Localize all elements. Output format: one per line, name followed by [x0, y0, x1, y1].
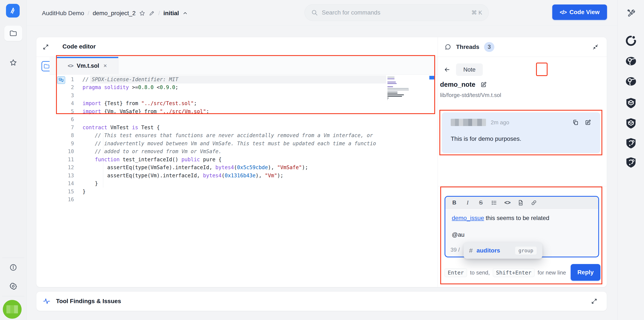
breadcrumb-separator: / [158, 10, 160, 17]
code-view-button[interactable]: </> Code View [552, 4, 607, 20]
minimap-line [388, 91, 398, 92]
collapse-panel-button[interactable] [592, 44, 599, 50]
code-block-icon[interactable] [515, 198, 526, 207]
code-line[interactable]: 9 // inadvertently moved between Vm and … [36, 139, 438, 148]
code-text: import {Test} from "../src/Test.sol"; [82, 100, 197, 106]
italic-icon[interactable]: I [462, 198, 473, 207]
code-area[interactable]: 1// SPDX-License-Identifier: MIT2pragma … [36, 75, 438, 208]
search-input[interactable] [322, 9, 468, 16]
expand-editor-button[interactable] [41, 42, 50, 52]
tools-settings-button[interactable] [625, 7, 637, 19]
code-line[interactable]: 11 function test_interfaceId() public pu… [36, 156, 438, 164]
tools-sidebar [618, 0, 644, 320]
code-line[interactable]: 16 [36, 196, 438, 204]
issue-link[interactable]: demo_issue [452, 215, 484, 221]
note-type-badge: Note [456, 63, 483, 76]
comment-card: 2m ago This is for demo purposes. [442, 112, 600, 153]
favorites-nav-button[interactable] [8, 58, 19, 67]
shift-enter-key-hint: Shift+Enter [493, 268, 535, 277]
tool-findings-title: Tool Findings & Issues [56, 298, 121, 305]
code-line[interactable]: 15} [36, 188, 438, 196]
code-line[interactable]: 4import {Test} from "../src/Test.sol"; [36, 99, 438, 108]
hash-icon: # [469, 247, 473, 254]
code-line[interactable]: 3 [36, 91, 438, 99]
breadcrumb-project[interactable]: demo_project_2 [92, 10, 136, 17]
files-nav-button[interactable] [4, 26, 22, 41]
breadcrumb-app[interactable]: AuditHub Demo [42, 10, 84, 17]
section-divider [438, 186, 607, 186]
strikethrough-icon[interactable]: S [475, 198, 486, 207]
tool-logo-1-icon[interactable] [625, 35, 637, 47]
code-line[interactable]: 5import {Vm, VmSafe} from "../src/Vm.sol… [36, 107, 438, 116]
tab-label: Vm.t.sol [77, 63, 99, 69]
comment-marker-icon[interactable] [57, 76, 65, 84]
tool-findings-bar[interactable]: Tool Findings & Issues [36, 291, 607, 311]
comment-text: This is for demo purposes. [451, 135, 591, 142]
note-file-path: lib/forge-std/test/Vm.t.sol [440, 92, 501, 98]
code-line[interactable]: 10 // added to or removed from Vm or VmS… [36, 148, 438, 156]
code-line[interactable]: 12 assertEq(type(VmSafe).interfaceId, by… [36, 164, 438, 172]
mention-option-auditors[interactable]: auditors [476, 247, 500, 254]
hint-text: for new line [538, 269, 566, 276]
code-text: // This test ensures that functions are … [82, 132, 373, 138]
list-icon[interactable] [488, 198, 500, 207]
tool-logo-2-icon[interactable] [625, 55, 637, 67]
mention-autocomplete[interactable]: # auditors group [464, 242, 542, 259]
scrollbar-thumb[interactable] [429, 76, 435, 79]
editor-tab-bar: <> Vm.t.sol × [50, 57, 438, 75]
rename-pencil-icon[interactable] [149, 10, 155, 16]
folder-icon [9, 29, 17, 37]
tab-vm-t-sol[interactable]: <> Vm.t.sol × [56, 57, 118, 75]
link-icon[interactable] [528, 198, 540, 207]
code-text: // SPDX-License-Identifier: MIT [82, 76, 178, 82]
inline-code-icon[interactable]: <> [502, 198, 513, 207]
code-line[interactable]: 6 [36, 116, 438, 124]
code-editor-header: Code editor [36, 37, 438, 57]
tool-logo-7-icon[interactable] [625, 156, 637, 168]
code-text: // inadvertently moved between Vm and Vm… [82, 141, 376, 147]
gear-icon [9, 282, 17, 290]
minimap-line [388, 94, 404, 95]
reply-input[interactable]: demo_issue this seems to be related @au [445, 209, 598, 244]
code-line[interactable]: 7contract VmTest is Test { [36, 123, 438, 132]
bold-icon[interactable]: B [449, 198, 460, 207]
copy-icon[interactable] [572, 119, 579, 126]
code-text: } [82, 189, 86, 195]
tool-logo-6-icon[interactable] [625, 137, 637, 149]
edit-comment-icon[interactable] [585, 119, 591, 126]
expand-findings-button[interactable] [591, 298, 598, 305]
code-line[interactable]: 14 } [36, 180, 438, 188]
minimap[interactable] [386, 76, 430, 131]
hint-text: to send, [470, 269, 490, 276]
chat-launcher-button[interactable] [3, 300, 22, 319]
workspace-card: Code editor <> Vm.t.sol × 1// SPDX-Licen… [36, 37, 607, 287]
wrench-icon [627, 8, 635, 17]
info-button[interactable] [8, 262, 19, 273]
search-icon [311, 9, 318, 16]
breadcrumb-branch[interactable]: initial [163, 10, 179, 17]
line-number: 7 [36, 125, 82, 130]
command-search[interactable]: ⌘ K [304, 4, 489, 21]
code-line[interactable]: 1// SPDX-License-Identifier: MIT [36, 75, 438, 83]
reply-button[interactable]: Reply [571, 264, 600, 281]
code-line[interactable]: 8 // This test ensures that functions ar… [36, 132, 438, 140]
minimap-line [388, 93, 398, 94]
app-logo-icon[interactable] [6, 4, 20, 17]
code-line[interactable]: 2pragma solidity >=0.8.0 <0.9.0; [36, 83, 438, 92]
close-tab-icon[interactable]: × [104, 62, 107, 69]
minimap-line [388, 88, 408, 89]
code-text: } [82, 181, 98, 187]
favorite-star-icon[interactable] [139, 10, 146, 16]
code-text: import {Vm, VmSafe} from "../src/Vm.sol"… [82, 108, 209, 114]
mention-group-badge: group [515, 246, 537, 255]
minimap-line [388, 82, 396, 82]
line-number: 8 [36, 132, 82, 138]
tool-logo-3-icon[interactable] [625, 75, 637, 87]
settings-button[interactable] [8, 281, 19, 291]
edit-note-button[interactable] [480, 81, 487, 88]
tool-logo-4-icon[interactable] [625, 97, 637, 109]
back-button[interactable] [444, 66, 450, 73]
chevron-up-icon[interactable] [182, 10, 188, 16]
code-line[interactable]: 13 assertEq(type(Vm).interfaceId, bytes4… [36, 172, 438, 180]
tool-logo-5-icon[interactable] [625, 117, 637, 129]
